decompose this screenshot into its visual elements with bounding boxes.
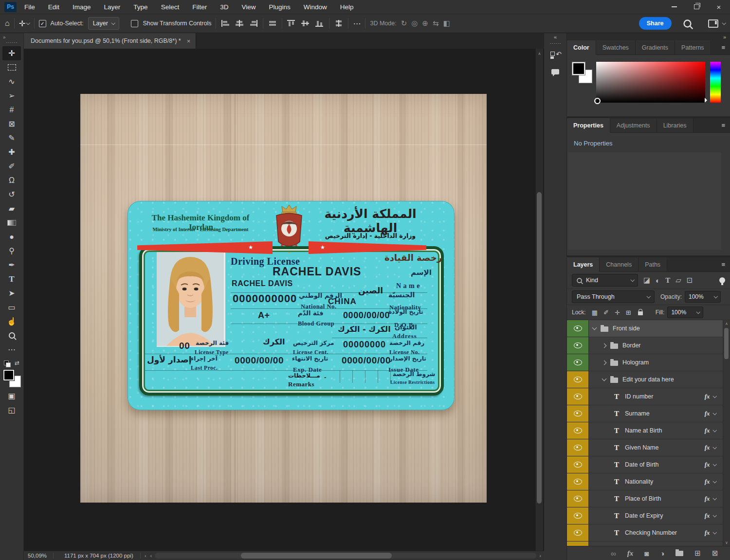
- visibility-toggle[interactable]: [567, 337, 589, 354]
- align-right-icon[interactable]: [249, 19, 258, 27]
- foreground-color-swatch[interactable]: [3, 369, 15, 381]
- menu-file[interactable]: File: [24, 3, 35, 11]
- lock-all-icon[interactable]: [638, 311, 643, 315]
- new-layer-icon[interactable]: ⊞: [694, 549, 701, 558]
- chevron-down-icon[interactable]: [712, 496, 716, 500]
- link-layers-icon[interactable]: ∞: [611, 549, 616, 558]
- visibility-toggle[interactable]: [567, 473, 589, 490]
- menu-window[interactable]: Window: [304, 3, 327, 11]
- adjustment-layer-icon[interactable]: ◑: [660, 549, 664, 558]
- chevron-down-icon[interactable]: [712, 513, 716, 517]
- align-bottom-icon[interactable]: [315, 19, 325, 27]
- color-picker-handle[interactable]: [594, 98, 601, 104]
- visibility-toggle[interactable]: [567, 320, 589, 337]
- zoom-level[interactable]: 50,09%: [28, 553, 53, 559]
- type-tool[interactable]: T: [2, 272, 21, 286]
- visibility-toggle[interactable]: [567, 405, 589, 422]
- visibility-toggle[interactable]: [567, 439, 589, 456]
- auto-select-checkbox[interactable]: ✓: [39, 20, 46, 27]
- align-left-icon[interactable]: [220, 19, 230, 27]
- panel-menu-icon[interactable]: ≡: [721, 261, 725, 268]
- tab-paths[interactable]: Paths: [639, 257, 667, 272]
- blend-mode-select[interactable]: Pass Through: [572, 290, 655, 303]
- fill-input[interactable]: 100%: [667, 307, 703, 318]
- share-button[interactable]: Share: [639, 17, 672, 30]
- menu-filter[interactable]: Filter: [192, 3, 207, 11]
- distribute-vertical-icon[interactable]: [334, 19, 344, 27]
- align-middle-icon[interactable]: [301, 19, 310, 27]
- tab-properties[interactable]: Properties: [567, 118, 610, 133]
- hand-tool[interactable]: ☝: [2, 314, 21, 328]
- crop-tool[interactable]: #: [2, 103, 21, 117]
- layer-row-front-side[interactable]: Front side: [567, 320, 730, 337]
- layers-scroll-thumb[interactable]: [724, 328, 729, 359]
- scroll-up-icon[interactable]: ∧: [536, 52, 543, 56]
- menu-select[interactable]: Select: [161, 3, 180, 11]
- layer-row-nationality[interactable]: TNationality fx: [567, 473, 730, 490]
- layer-effects-badge[interactable]: fx: [705, 478, 710, 486]
- chevron-right-icon[interactable]: [602, 360, 607, 365]
- filter-shape-layers-icon[interactable]: ▱: [675, 276, 681, 285]
- canvas[interactable]: The Hashemite Kingdom of Jordan Ministry…: [23, 49, 544, 551]
- strip-grip[interactable]: [549, 43, 561, 44]
- filter-kind-dropdown[interactable]: Kind: [572, 274, 638, 287]
- tab-gradients[interactable]: Gradients: [636, 40, 675, 55]
- layer-style-icon[interactable]: fx: [627, 549, 634, 558]
- layer-effects-badge[interactable]: fx: [705, 529, 710, 537]
- menu-image[interactable]: Image: [73, 3, 91, 11]
- align-center-horizontal-icon[interactable]: [235, 19, 244, 27]
- vertical-scrollbar[interactable]: ∧: [535, 49, 543, 551]
- panel-menu-icon[interactable]: ≡: [721, 44, 725, 51]
- toolbar-grip[interactable]: [6, 42, 18, 43]
- menu-3d[interactable]: 3D: [220, 3, 228, 11]
- chevron-down-icon[interactable]: [602, 377, 607, 381]
- workspace-switcher-icon[interactable]: [708, 19, 718, 28]
- visibility-toggle[interactable]: [567, 507, 589, 524]
- default-colors-icon[interactable]: [4, 361, 9, 365]
- menu-view[interactable]: View: [241, 3, 256, 11]
- slide-3d-icon[interactable]: ⇆: [433, 19, 439, 28]
- more-tools[interactable]: ⋯: [2, 343, 21, 357]
- filter-adjustment-layers-icon[interactable]: ◐: [656, 276, 660, 285]
- layer-row-edit-your-data[interactable]: Edit your data here: [567, 371, 730, 388]
- comments-panel-icon[interactable]: [548, 65, 563, 78]
- filter-type-layers-icon[interactable]: T: [665, 276, 670, 285]
- layer-mask-icon[interactable]: ◙: [644, 549, 649, 558]
- drag-3d-icon[interactable]: ⊕: [422, 19, 428, 28]
- layer-row-date-of-expiry[interactable]: TDate of Expiry fx: [567, 507, 730, 524]
- expand-panels-icon[interactable]: «: [554, 34, 557, 41]
- menu-type[interactable]: Type: [133, 3, 147, 11]
- clone-stamp-tool[interactable]: Ω: [2, 173, 21, 187]
- roll-3d-icon[interactable]: ◎: [411, 19, 418, 28]
- layer-row-surname[interactable]: TSurname fx: [567, 405, 730, 422]
- layer-row-given-name[interactable]: TGiven Name fx: [567, 439, 730, 456]
- hue-slider[interactable]: [710, 62, 721, 103]
- path-selection-tool[interactable]: ➤: [2, 286, 21, 300]
- visibility-toggle[interactable]: [567, 371, 589, 388]
- delete-layer-icon[interactable]: ⊠: [712, 549, 718, 558]
- object-selection-tool[interactable]: ➢: [2, 89, 21, 103]
- visibility-toggle[interactable]: [567, 524, 589, 541]
- tab-channels[interactable]: Channels: [600, 257, 639, 272]
- minimize-button[interactable]: [663, 0, 685, 14]
- filter-smart-objects-icon[interactable]: ⊡: [687, 276, 693, 285]
- opacity-input[interactable]: 100%: [685, 291, 721, 303]
- close-tab-icon[interactable]: ×: [187, 37, 191, 45]
- zoom-tool[interactable]: [2, 328, 21, 343]
- healing-brush-tool[interactable]: ✚: [2, 145, 21, 159]
- dodge-tool[interactable]: ⚲: [2, 244, 21, 258]
- eyedropper-tool[interactable]: ✎: [2, 131, 21, 145]
- vertical-scroll-thumb[interactable]: [537, 192, 542, 504]
- pen-tool[interactable]: ✒: [2, 258, 21, 272]
- history-panel-icon[interactable]: ↶: [548, 49, 563, 63]
- quick-mask-button[interactable]: ▣: [2, 389, 21, 403]
- scroll-left-icon[interactable]: ‹: [150, 553, 152, 559]
- menu-edit[interactable]: Edit: [48, 3, 59, 11]
- scroll-up-icon[interactable]: ∧: [723, 322, 730, 326]
- foreground-color-swatch[interactable]: [572, 62, 585, 75]
- horizontal-scrollbar[interactable]: [155, 553, 536, 559]
- lasso-tool[interactable]: ∿: [2, 74, 21, 89]
- layer-row-signature[interactable]: Signature: [567, 542, 730, 546]
- filter-pixel-layers-icon[interactable]: ◪: [643, 276, 650, 285]
- layer-row-border[interactable]: Border: [567, 337, 730, 354]
